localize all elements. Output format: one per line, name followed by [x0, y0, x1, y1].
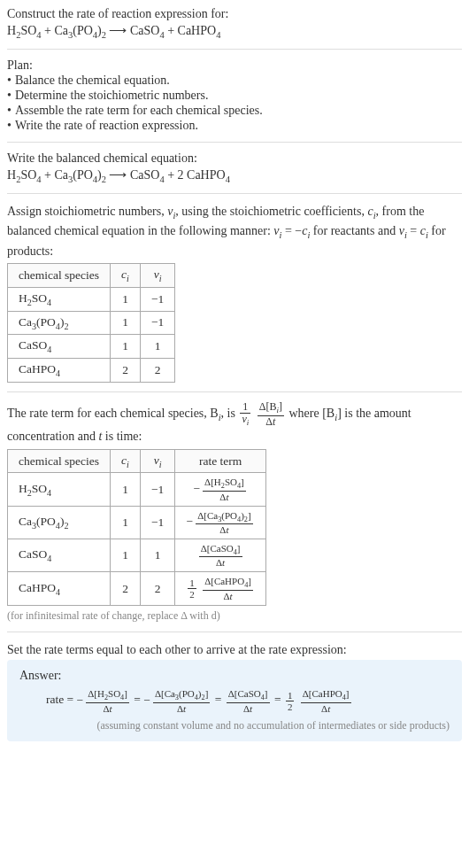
- table-row: H2SO41−1−Δ[H2SO4]Δt: [8, 473, 266, 506]
- col-species: chemical species: [8, 449, 111, 473]
- divider: [7, 142, 462, 143]
- final-title: Set the rate terms equal to each other t…: [7, 641, 462, 659]
- divider: [7, 193, 462, 194]
- cell-rate: 12 Δ[CaHPO4]Δt: [175, 572, 266, 605]
- cell-species: Ca3(PO4)2: [8, 506, 111, 539]
- rateterm-intro-mid: , is: [221, 407, 239, 420]
- rateterm-table: chemical species ci νi rate term H2SO41−…: [7, 449, 266, 606]
- divider: [7, 49, 462, 50]
- cell-ci: 1: [111, 311, 141, 335]
- prompt-section: Construct the rate of reaction expressio…: [7, 7, 462, 40]
- cell-species: Ca3(PO4)2: [8, 311, 111, 335]
- stoich-intro: Assign stoichiometric numbers, νi, using…: [7, 203, 462, 260]
- cell-nui: 2: [140, 358, 174, 382]
- divider: [7, 632, 462, 632]
- balanced-section: Write the balanced chemical equation: H2…: [7, 151, 462, 184]
- plan-item: •Determine the stoichiometric numbers.: [7, 89, 462, 103]
- col-nui: νi: [140, 449, 174, 473]
- table-row: H2SO41−1: [8, 287, 175, 311]
- col-ci: ci: [111, 264, 141, 288]
- cell-nui: −1: [140, 473, 174, 506]
- divider: [7, 391, 462, 392]
- col-ci: ci: [111, 449, 141, 473]
- cell-ci: 1: [111, 506, 141, 539]
- cell-ci: 2: [111, 358, 141, 382]
- balanced-title: Write the balanced chemical equation:: [7, 151, 462, 166]
- plan-section: Plan: •Balance the chemical equation.•De…: [7, 58, 462, 133]
- plan-item: •Balance the chemical equation.: [7, 74, 462, 88]
- cell-species: CaSO4: [8, 539, 111, 572]
- rate-expression: rate = −Δ[H2SO4]Δt = −Δ[Ca3(PO4)2]Δt = Δ…: [46, 688, 450, 713]
- table-row: CaSO411: [8, 335, 175, 359]
- stoich-section: Assign stoichiometric numbers, νi, using…: [7, 203, 462, 383]
- cell-rate: −Δ[H2SO4]Δt: [175, 473, 266, 506]
- stoich-table: chemical species ci νi H2SO41−1Ca3(PO4)2…: [7, 263, 175, 382]
- cell-ci: 1: [111, 335, 141, 359]
- col-nui: νi: [140, 264, 174, 288]
- table-row: Ca3(PO4)21−1: [8, 311, 175, 335]
- table-row: CaSO411Δ[CaSO4]Δt: [8, 539, 266, 572]
- plan-item: •Assemble the rate term for each chemica…: [7, 104, 462, 118]
- prompt-text: Construct the rate of reaction expressio…: [7, 7, 462, 21]
- rateterm-intro-pre: The rate term for each chemical species,…: [7, 407, 219, 420]
- cell-species: CaHPO4: [8, 358, 111, 382]
- rateterm-note: (for infinitesimal rate of change, repla…: [7, 609, 462, 623]
- final-section: Set the rate terms equal to each other t…: [7, 641, 462, 741]
- cell-ci: 1: [111, 539, 141, 572]
- cell-nui: −1: [140, 311, 174, 335]
- answer-box: Answer: rate = −Δ[H2SO4]Δt = −Δ[Ca3(PO4)…: [7, 660, 462, 740]
- cell-nui: 1: [140, 539, 174, 572]
- cell-rate: −Δ[Ca3(PO4)2]Δt: [175, 506, 266, 539]
- table-row: CaHPO42212 Δ[CaHPO4]Δt: [8, 572, 266, 605]
- cell-ci: 1: [111, 473, 141, 506]
- answer-label: Answer:: [19, 669, 450, 683]
- cell-species: CaSO4: [8, 335, 111, 359]
- cell-rate: Δ[CaSO4]Δt: [175, 539, 266, 572]
- cell-ci: 1: [111, 287, 141, 311]
- col-rate: rate term: [175, 449, 266, 473]
- rateterm-section: The rate term for each chemical species,…: [7, 401, 462, 623]
- table-row: Ca3(PO4)21−1−Δ[Ca3(PO4)2]Δt: [8, 506, 266, 539]
- assumption-note: (assuming constant volume and no accumul…: [19, 719, 450, 732]
- cell-species: H2SO4: [8, 287, 111, 311]
- cell-ci: 2: [111, 572, 141, 605]
- col-species: chemical species: [8, 264, 111, 288]
- cell-species: CaHPO4: [8, 572, 111, 605]
- cell-nui: −1: [140, 287, 174, 311]
- cell-nui: 2: [140, 572, 174, 605]
- plan-title: Plan:: [7, 58, 462, 73]
- plan-list: •Balance the chemical equation.•Determin…: [7, 74, 462, 133]
- table-row: CaHPO422: [8, 358, 175, 382]
- plan-item: •Write the rate of reaction expression.: [7, 119, 462, 133]
- cell-nui: −1: [140, 506, 174, 539]
- prompt-equation: H2SO4 + Ca3(PO4)2 ⟶ CaSO4 + CaHPO4: [7, 23, 462, 40]
- balanced-equation: H2SO4 + Ca3(PO4)2 ⟶ CaSO4 + 2 CaHPO4: [7, 167, 462, 184]
- rateterm-intro: The rate term for each chemical species,…: [7, 401, 462, 446]
- cell-species: H2SO4: [8, 473, 111, 506]
- cell-nui: 1: [140, 335, 174, 359]
